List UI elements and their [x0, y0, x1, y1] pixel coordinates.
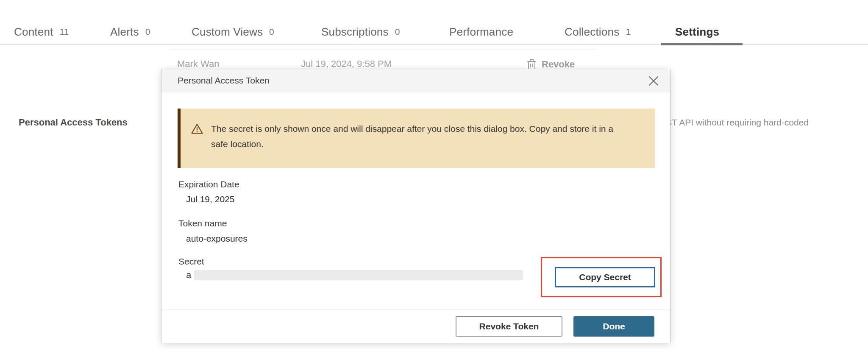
tab-label: Custom Views — [192, 25, 263, 39]
tab-settings[interactable]: Settings — [675, 22, 719, 42]
tab-label: Collections — [565, 25, 619, 39]
secret-value-row: a — [186, 270, 523, 281]
tab-performance[interactable]: Performance — [449, 22, 513, 42]
personal-access-token-dialog: Personal Access Token The secret is on — [161, 69, 670, 343]
expiration-date-value: Jul 19, 2025 — [186, 193, 234, 205]
tab-label: Settings — [675, 25, 719, 39]
tab-alerts[interactable]: Alerts 0 — [110, 22, 150, 42]
table-row-divider — [170, 50, 597, 50]
close-icon — [648, 75, 659, 86]
warning-banner: The secret is only shown once and will d… — [178, 109, 655, 168]
token-name-value: auto-exposures — [186, 233, 248, 245]
token-owner-cell: Mark Wan — [177, 58, 219, 70]
tab-content[interactable]: Content 11 — [14, 22, 69, 42]
row-revoke-action[interactable]: Revoke — [527, 58, 575, 70]
dialog-title: Personal Access Token — [178, 75, 270, 86]
trash-icon — [527, 58, 537, 70]
tab-count-badge: 0 — [395, 27, 400, 37]
tab-subscriptions[interactable]: Subscriptions 0 — [321, 22, 400, 42]
tab-custom-views[interactable]: Custom Views 0 — [192, 22, 274, 42]
tab-count-badge: 0 — [145, 27, 150, 37]
tab-label: Content — [14, 25, 53, 39]
copy-secret-button[interactable]: Copy Secret — [555, 267, 655, 287]
done-button[interactable]: Done — [573, 316, 654, 337]
tab-count-badge: 0 — [269, 27, 274, 37]
expiration-date-label: Expiration Date — [178, 178, 239, 190]
token-timestamp-cell: Jul 19, 2024, 9:58 PM — [301, 58, 392, 70]
revoke-token-button[interactable]: Revoke Token — [456, 316, 562, 337]
secret-redacted-bar — [194, 270, 523, 280]
revoke-link-label: Revoke — [542, 59, 575, 70]
dialog-footer: Revoke Token Done — [161, 309, 670, 343]
warning-triangle-icon — [181, 109, 203, 168]
section-description-fragment: ST API without requiring hard-coded — [666, 117, 809, 128]
dialog-header: Personal Access Token — [161, 69, 670, 92]
secret-label: Secret — [178, 256, 204, 267]
secret-value-prefix: a — [186, 270, 191, 281]
screen: Content 11 Alerts 0 Custom Views 0 Subsc… — [0, 0, 868, 351]
section-heading: Personal Access Tokens — [19, 117, 128, 128]
tab-count-badge: 11 — [59, 27, 69, 37]
close-button[interactable] — [647, 75, 660, 87]
tab-label: Alerts — [110, 25, 139, 39]
token-name-label: Token name — [178, 217, 227, 229]
tab-label: Subscriptions — [321, 25, 389, 39]
tab-collections[interactable]: Collections 1 — [565, 22, 631, 42]
active-tab-underline — [661, 43, 743, 45]
tab-label: Performance — [449, 25, 513, 39]
tab-count-badge: 1 — [626, 27, 631, 37]
warning-message: The secret is only shown once and will d… — [203, 109, 640, 168]
tab-bar: Content 11 Alerts 0 Custom Views 0 Subsc… — [0, 0, 868, 44]
